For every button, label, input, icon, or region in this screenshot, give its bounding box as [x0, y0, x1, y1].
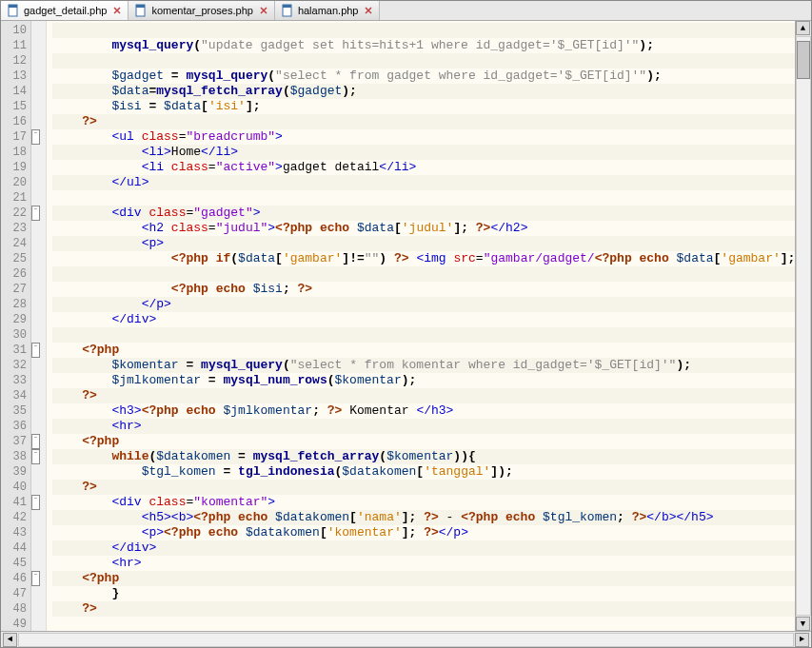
fold-marker[interactable] — [31, 312, 46, 327]
fold-marker[interactable] — [31, 190, 46, 206]
fold-marker[interactable]: - — [31, 449, 46, 464]
code-line[interactable]: <p> — [52, 236, 811, 251]
fold-marker[interactable] — [31, 160, 46, 175]
code-line[interactable]: </ul> — [52, 175, 811, 190]
fold-marker[interactable] — [31, 480, 46, 495]
code-line[interactable]: $isi = $data['isi']; — [52, 99, 811, 114]
fold-marker[interactable] — [31, 145, 46, 160]
fold-marker[interactable] — [31, 84, 46, 99]
code-line[interactable]: $jmlkomentar = mysql_num_rows($komentar)… — [52, 373, 811, 388]
code-line[interactable]: $data=mysql_fetch_array($gadget); — [52, 84, 811, 99]
scroll-up-arrow[interactable]: ▲ — [796, 21, 810, 35]
fold-marker[interactable]: - — [31, 434, 46, 449]
close-icon[interactable] — [364, 6, 373, 15]
scroll-right-arrow[interactable]: ► — [795, 633, 809, 647]
code-line[interactable]: </p> — [52, 297, 811, 312]
code-line[interactable] — [52, 23, 811, 38]
vertical-scrollbar[interactable]: ▲ ▼ — [795, 21, 811, 631]
code-line[interactable]: ?> — [52, 480, 811, 495]
fold-marker[interactable] — [31, 282, 46, 297]
fold-marker[interactable] — [31, 358, 46, 373]
fold-marker[interactable] — [31, 297, 46, 312]
fold-marker[interactable] — [31, 38, 46, 53]
code-line[interactable]: } — [52, 586, 811, 601]
code-line[interactable]: ?> — [52, 114, 811, 129]
close-icon[interactable] — [112, 6, 122, 15]
fold-marker[interactable]: - — [31, 206, 46, 221]
code-line[interactable]: <h3><?php echo $jmlkomentar; ?> Komentar… — [52, 403, 811, 419]
code-line[interactable]: <hr> — [52, 556, 811, 571]
fold-marker[interactable] — [31, 53, 46, 69]
fold-marker[interactable] — [31, 617, 46, 631]
code-line[interactable]: <ul class="breadcrumb"> — [52, 129, 811, 145]
code-view[interactable]: mysql_query("update gadget set hits=hits… — [47, 21, 811, 631]
tab-halaman-php[interactable]: halaman.php — [275, 1, 381, 20]
scroll-left-arrow[interactable]: ◄ — [3, 633, 17, 647]
code-line[interactable] — [52, 617, 811, 631]
code-line[interactable]: </div> — [52, 540, 811, 556]
fold-toggle-icon[interactable]: - — [31, 206, 40, 221]
fold-marker[interactable] — [31, 556, 46, 571]
fold-marker[interactable] — [31, 586, 46, 601]
code-line[interactable]: while($datakomen = mysql_fetch_array($ko… — [52, 449, 811, 464]
code-line[interactable] — [52, 266, 811, 282]
code-line[interactable] — [52, 53, 811, 69]
vscroll-track[interactable] — [796, 36, 811, 616]
code-line[interactable]: <h5><b><?php echo $datakomen['nama']; ?>… — [52, 510, 811, 525]
fold-toggle-icon[interactable]: - — [31, 495, 40, 510]
code-line[interactable]: <h2 class="judul"><?php echo $data['judu… — [52, 221, 811, 236]
code-line[interactable]: mysql_query("update gadget set hits=hits… — [52, 38, 811, 53]
code-line[interactable]: <?php echo $isi; ?> — [52, 282, 811, 297]
fold-marker[interactable]: - — [31, 129, 46, 145]
fold-marker[interactable] — [31, 388, 46, 403]
code-line[interactable]: $tgl_komen = tgl_indonesia($datakomen['t… — [52, 464, 811, 480]
code-line[interactable]: <?php — [52, 571, 811, 586]
fold-marker[interactable] — [31, 464, 46, 480]
fold-toggle-icon[interactable]: - — [31, 571, 40, 586]
code-line[interactable]: </div> — [52, 312, 811, 327]
code-line[interactable]: ?> — [52, 388, 811, 403]
code-line[interactable]: $komentar = mysql_query("select * from k… — [52, 358, 811, 373]
tab-gadget_detail-php[interactable]: gadget_detail.php — [1, 1, 129, 20]
vscroll-thumb[interactable] — [797, 41, 810, 79]
code-line[interactable]: <li class="active">gadget detail</li> — [52, 160, 811, 175]
fold-toggle-icon[interactable]: - — [31, 129, 40, 145]
horizontal-scrollbar[interactable]: ◄ ► — [1, 631, 811, 647]
fold-toggle-icon[interactable]: - — [31, 434, 40, 449]
code-line[interactable]: <?php if($data['gambar']!="") ?> <img sr… — [52, 251, 811, 266]
code-line[interactable]: <div class="gadget"> — [52, 206, 811, 221]
code-line[interactable]: <p><?php echo $datakomen['komentar']; ?>… — [52, 525, 811, 540]
fold-marker[interactable] — [31, 327, 46, 343]
fold-marker[interactable] — [31, 99, 46, 114]
fold-marker[interactable] — [31, 236, 46, 251]
fold-toggle-icon[interactable]: - — [31, 343, 40, 358]
fold-marker[interactable] — [31, 23, 46, 38]
fold-marker[interactable]: - — [31, 495, 46, 510]
code-line[interactable]: <?php — [52, 434, 811, 449]
fold-marker[interactable]: - — [31, 343, 46, 358]
fold-marker[interactable] — [31, 601, 46, 617]
fold-marker[interactable] — [31, 510, 46, 525]
fold-marker[interactable] — [31, 525, 46, 540]
code-line[interactable]: <li>Home</li> — [52, 145, 811, 160]
fold-marker[interactable] — [31, 540, 46, 556]
hscroll-track[interactable] — [18, 633, 794, 647]
fold-toggle-icon[interactable]: - — [31, 449, 40, 464]
fold-marker[interactable] — [31, 266, 46, 282]
code-line[interactable]: <hr> — [52, 419, 811, 434]
fold-marker[interactable]: - — [31, 571, 46, 586]
code-line[interactable]: ?> — [52, 601, 811, 617]
fold-marker[interactable] — [31, 69, 46, 84]
fold-marker[interactable] — [31, 175, 46, 190]
tab-komentar_proses-php[interactable]: komentar_proses.php — [129, 1, 274, 20]
code-line[interactable]: $gadget = mysql_query("select * from gad… — [52, 69, 811, 84]
code-line[interactable] — [52, 327, 811, 343]
scroll-down-arrow[interactable]: ▼ — [796, 617, 810, 631]
fold-marker[interactable] — [31, 403, 46, 419]
fold-marker[interactable] — [31, 373, 46, 388]
fold-marker[interactable] — [31, 221, 46, 236]
fold-marker[interactable] — [31, 114, 46, 129]
fold-marker[interactable] — [31, 251, 46, 266]
code-line[interactable] — [52, 190, 811, 206]
code-line[interactable]: <div class="komentar"> — [52, 495, 811, 510]
